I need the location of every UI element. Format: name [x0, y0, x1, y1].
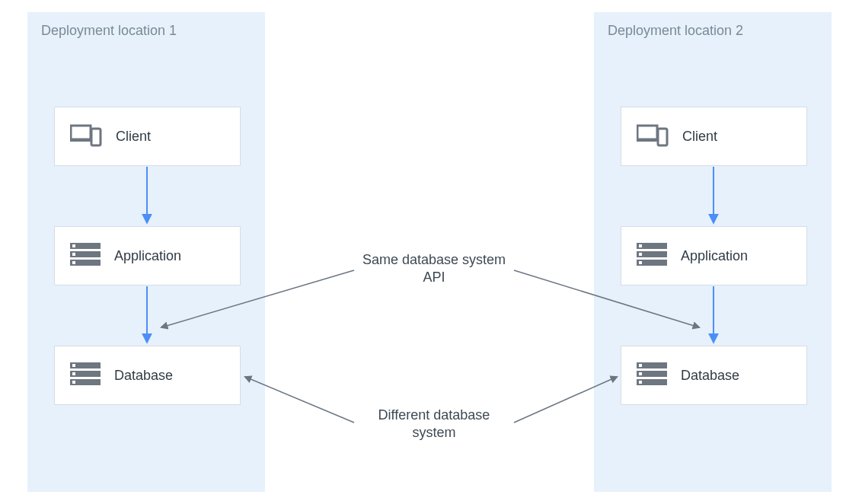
server-icon: [637, 362, 667, 388]
svg-rect-28: [639, 372, 642, 375]
node-application-label: Application: [114, 248, 181, 264]
devices-icon: [637, 123, 669, 150]
node-database-label: Database: [114, 368, 173, 384]
node-database-left: Database: [54, 346, 241, 405]
svg-rect-23: [639, 261, 642, 264]
node-database-right: Database: [621, 346, 807, 405]
svg-rect-6: [72, 244, 75, 247]
region-1-title: Deployment location 1: [27, 12, 265, 49]
svg-rect-21: [639, 244, 642, 247]
svg-rect-0: [71, 126, 91, 139]
svg-rect-16: [637, 139, 658, 142]
annotation-diff-db: Different database system: [358, 407, 510, 442]
node-application-label: Application: [681, 248, 748, 264]
svg-rect-27: [639, 364, 642, 367]
node-client-label: Client: [682, 129, 717, 145]
svg-rect-13: [72, 372, 75, 375]
server-icon: [70, 362, 101, 388]
node-application-right: Application: [621, 226, 807, 285]
node-client-label: Client: [116, 129, 151, 145]
svg-rect-8: [72, 261, 75, 264]
svg-rect-12: [72, 364, 75, 367]
annotation-same-api: Same database system API: [358, 251, 510, 287]
server-icon: [70, 243, 101, 269]
svg-rect-17: [658, 129, 667, 145]
svg-rect-29: [639, 381, 642, 384]
node-application-left: Application: [54, 226, 241, 285]
svg-rect-7: [72, 253, 75, 256]
svg-rect-1: [70, 139, 91, 142]
svg-rect-15: [637, 126, 657, 139]
region-2-title: Deployment location 2: [594, 12, 832, 49]
svg-rect-22: [639, 253, 642, 256]
node-client-right: Client: [621, 107, 807, 166]
devices-icon: [70, 123, 102, 150]
node-database-label: Database: [681, 368, 739, 384]
server-icon: [637, 243, 667, 269]
node-client-left: Client: [54, 107, 241, 166]
diagram-stage: Deployment location 1 Deployment locatio…: [0, 0, 862, 504]
svg-rect-14: [72, 381, 75, 384]
svg-rect-2: [91, 129, 101, 145]
